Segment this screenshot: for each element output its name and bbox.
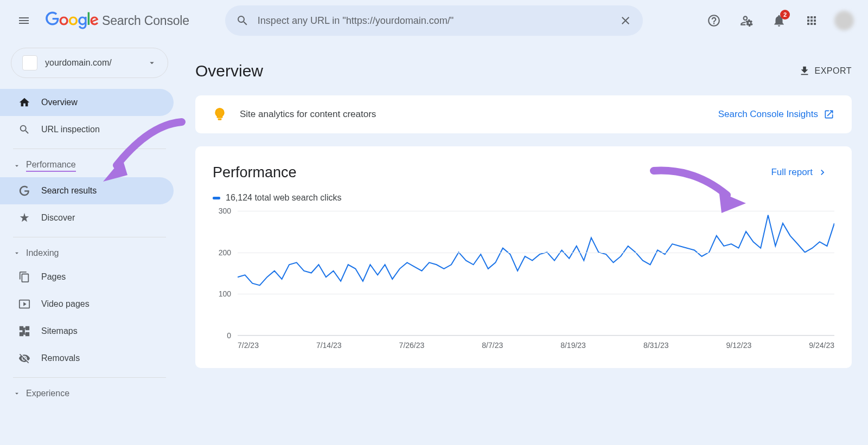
home-icon — [18, 96, 30, 108]
chart-gridline — [238, 294, 834, 294]
search-icon — [18, 124, 30, 136]
chevron-down-icon — [13, 162, 21, 170]
chart-x-axis: 7/2/237/14/237/26/238/7/238/19/238/31/23… — [238, 341, 834, 357]
hamburger-icon — [17, 14, 30, 27]
chart-y-axis: 0100200300 — [213, 211, 234, 336]
pages-icon — [18, 271, 30, 283]
x-tick-label: 8/19/23 — [560, 341, 586, 357]
x-tick-label: 9/24/23 — [809, 341, 834, 357]
sidebar-item-discover[interactable]: Discover — [0, 204, 174, 231]
sidebar-item-url-inspection[interactable]: URL inspection — [0, 116, 174, 143]
url-search-bar — [225, 5, 643, 36]
sidebar-label: URL inspection — [41, 125, 100, 134]
sidebar-label: Video pages — [41, 299, 90, 309]
manage-users-button[interactable] — [733, 8, 760, 34]
sidebar-item-sitemaps[interactable]: Sitemaps — [0, 318, 174, 345]
download-icon — [799, 65, 810, 77]
sidebar-group-label: Experience — [26, 389, 69, 398]
sidebar-item-overview[interactable]: Overview — [0, 89, 174, 116]
url-search-input[interactable] — [258, 15, 610, 27]
legend-swatch — [213, 197, 220, 199]
export-label: EXPORT — [815, 66, 852, 76]
sidebar-group-label: Indexing — [26, 248, 59, 258]
legend-label: 16,124 total web search clicks — [226, 193, 341, 203]
sidebar-group-indexing[interactable]: Indexing — [0, 243, 179, 263]
chart-gridline — [238, 253, 834, 253]
app-logo: Search Console — [46, 11, 189, 30]
search-icon — [236, 14, 249, 27]
chevron-down-icon — [147, 58, 157, 68]
sidebar-item-search-results[interactable]: Search results — [0, 177, 174, 204]
sidebar-label: Overview — [41, 98, 78, 107]
x-tick-label: 7/14/23 — [316, 341, 342, 357]
notifications-button[interactable]: 2 — [766, 8, 792, 34]
chart-series-line — [238, 215, 834, 286]
y-tick-label: 0 — [227, 331, 231, 340]
y-tick-label: 100 — [219, 289, 231, 298]
sidebar-label: Search results — [41, 186, 97, 196]
apps-icon — [805, 14, 818, 27]
app-title: Search Console — [102, 14, 189, 28]
full-report-link[interactable]: Full report — [764, 163, 834, 182]
property-selector[interactable]: yourdomain.com/ — [11, 48, 168, 78]
person-settings-icon — [739, 14, 754, 28]
x-tick-label: 8/7/23 — [482, 341, 503, 357]
main-header: Overview EXPORT — [179, 52, 868, 95]
x-tick-label: 7/26/23 — [399, 341, 425, 357]
chart-gridline — [238, 211, 834, 211]
chart-gridline — [238, 336, 834, 336]
performance-title: Performance — [213, 164, 297, 181]
open-in-new-icon — [824, 109, 834, 120]
visibility-off-icon — [18, 352, 30, 364]
insights-link[interactable]: Search Console Insights — [718, 109, 834, 120]
discover-icon — [18, 212, 30, 224]
lightbulb-icon — [213, 107, 227, 121]
apps-button[interactable] — [799, 8, 825, 34]
insights-card: Site analytics for content creators Sear… — [195, 95, 852, 133]
video-icon — [18, 298, 30, 310]
performance-card-header: Performance Full report — [213, 163, 834, 182]
sidebar-label: Pages — [41, 272, 66, 282]
notification-badge: 2 — [780, 10, 790, 20]
account-button[interactable] — [831, 8, 857, 34]
menu-button[interactable] — [11, 8, 37, 34]
chart-area: 0100200300 7/2/237/14/237/26/238/7/238/1… — [213, 211, 834, 357]
chevron-right-icon — [817, 167, 828, 178]
x-tick-label: 9/12/23 — [726, 341, 752, 357]
main-content: Overview EXPORT Site analytics for conte… — [179, 41, 868, 445]
help-button[interactable] — [701, 8, 727, 34]
nav-divider — [13, 237, 166, 237]
nav-divider — [13, 377, 166, 378]
property-domain: yourdomain.com/ — [45, 58, 139, 68]
help-icon — [707, 14, 721, 28]
y-tick-label: 200 — [219, 248, 231, 257]
sidebar: yourdomain.com/ Overview URL inspection … — [0, 41, 179, 445]
sidebar-group-performance[interactable]: Performance — [0, 154, 179, 177]
sidebar-item-video-pages[interactable]: Video pages — [0, 291, 174, 318]
close-icon[interactable] — [619, 14, 632, 27]
sidebar-group-label: Performance — [26, 160, 76, 172]
insights-link-label: Search Console Insights — [718, 109, 818, 120]
google-g-icon — [18, 185, 30, 197]
sidebar-label: Removals — [41, 353, 80, 363]
sidebar-item-removals[interactable]: Removals — [0, 345, 174, 372]
nav-divider — [13, 149, 166, 149]
insights-text: Site analytics for content creators — [240, 109, 705, 120]
full-report-label: Full report — [771, 167, 813, 178]
sidebar-group-experience[interactable]: Experience — [0, 383, 179, 404]
sidebar-label: Discover — [41, 213, 75, 223]
chart-plot-area — [238, 211, 834, 336]
sitemap-icon — [18, 325, 30, 337]
chevron-down-icon — [13, 249, 21, 257]
y-tick-label: 300 — [219, 207, 231, 215]
chart-line-svg — [238, 211, 834, 335]
sidebar-item-pages[interactable]: Pages — [0, 263, 174, 291]
avatar-icon — [834, 11, 854, 30]
x-tick-label: 8/31/23 — [643, 341, 669, 357]
chevron-down-icon — [13, 390, 21, 397]
x-tick-label: 7/2/23 — [238, 341, 259, 357]
chart-legend: 16,124 total web search clicks — [213, 193, 834, 203]
export-button[interactable]: EXPORT — [799, 65, 852, 77]
app-header: Search Console 2 — [0, 0, 868, 41]
header-right: 2 — [701, 8, 857, 34]
